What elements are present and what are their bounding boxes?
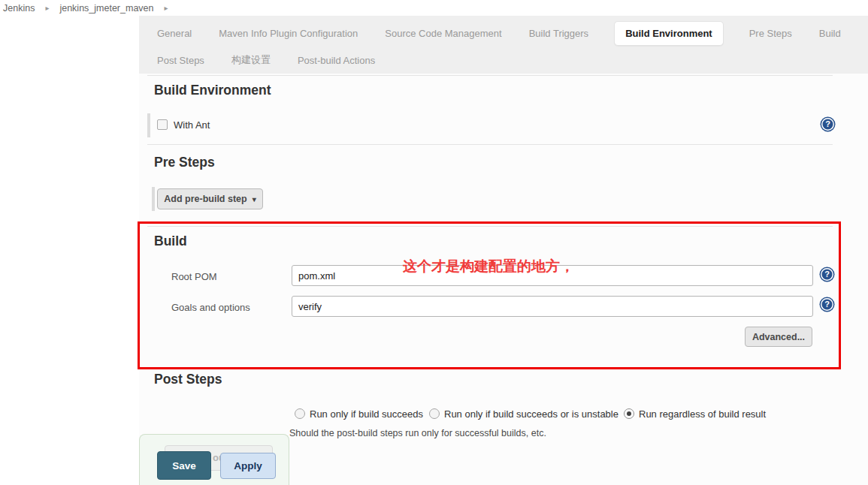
goals-and-options-label: Goals and options [171,302,250,313]
with-ant-checkbox[interactable] [157,119,168,130]
goals-and-options-input[interactable] [292,296,813,317]
tab-post-steps[interactable]: Post Steps [156,49,206,72]
row-indent-bar [152,187,155,211]
tab-source-code-management[interactable]: Source Code Management [383,22,503,45]
breadcrumb-jenkins[interactable]: Jenkins [3,3,35,14]
radio-label-run-regardless-of-build-result: Run regardless of build result [639,408,766,420]
tab-build[interactable]: Build [818,22,842,45]
radio-run-only-if-build-succeeds-or-unstable[interactable] [429,408,440,419]
radio-run-only-if-build-succeeds[interactable] [295,408,305,419]
root-pom-input[interactable] [292,265,813,286]
tab-row-2: Post Steps 构建设置 Post-build Actions [156,47,868,74]
add-pre-build-step-button[interactable]: Add pre-build step ▾ [157,188,263,209]
tab-general[interactable]: General [156,22,193,45]
section-divider [147,144,833,145]
tab-build-environment[interactable]: Build Environment [614,21,724,46]
breadcrumb-arrow-icon: ▸ [164,4,168,12]
build-title: Build [154,233,187,249]
tab-build-triggers[interactable]: Build Triggers [528,22,590,45]
section-divider [147,226,833,227]
radio-run-regardless-of-build-result[interactable] [624,408,634,419]
save-button[interactable]: Save [157,451,211,480]
help-icon[interactable]: ? [821,268,833,281]
section-divider [147,75,833,76]
post-steps-help-text: Should the post-build steps run only for… [289,428,546,438]
tab-row-1: General Maven Info Plugin Configuration … [156,20,868,47]
config-tab-band: General Maven Info Plugin Configuration … [139,16,868,74]
with-ant-label: With Ant [174,119,210,131]
breadcrumb-job[interactable]: jenkins_jmeter_maven [59,3,153,14]
radio-label-run-only-if-build-succeeds: Run only if build succeeds [310,408,423,420]
apply-button[interactable]: Apply [220,453,276,479]
root-pom-label: Root POM [171,271,217,282]
tab-pre-steps[interactable]: Pre Steps [748,22,794,45]
tab-post-build-actions[interactable]: Post-build Actions [296,49,377,72]
row-indent-bar [147,113,150,137]
chevron-down-icon: ▾ [253,195,256,203]
breadcrumb-arrow-icon: ▸ [45,4,49,12]
advanced-button[interactable]: Advanced... [745,327,812,347]
help-icon[interactable]: ? [821,118,834,131]
save-panel: ou Save Apply [139,434,289,485]
post-steps-title: Post Steps [154,372,222,387]
tab-maven-info-plugin-configuration[interactable]: Maven Info Plugin Configuration [217,22,359,45]
tab-build-settings-cn[interactable]: 构建设置 [230,47,272,73]
add-pre-build-step-label: Add pre-build step [164,194,246,204]
help-icon[interactable]: ? [821,298,833,311]
build-environment-title: Build Environment [154,83,271,98]
jenkins-config-page: Jenkins ▸ jenkins_jmeter_maven ▸ General… [0,0,868,485]
pre-steps-title: Pre Steps [154,155,215,170]
radio-label-run-only-if-build-succeeds-or-unstable: Run only if build succeeds or is unstabl… [444,408,618,420]
breadcrumb: Jenkins ▸ jenkins_jmeter_maven ▸ [0,0,868,16]
